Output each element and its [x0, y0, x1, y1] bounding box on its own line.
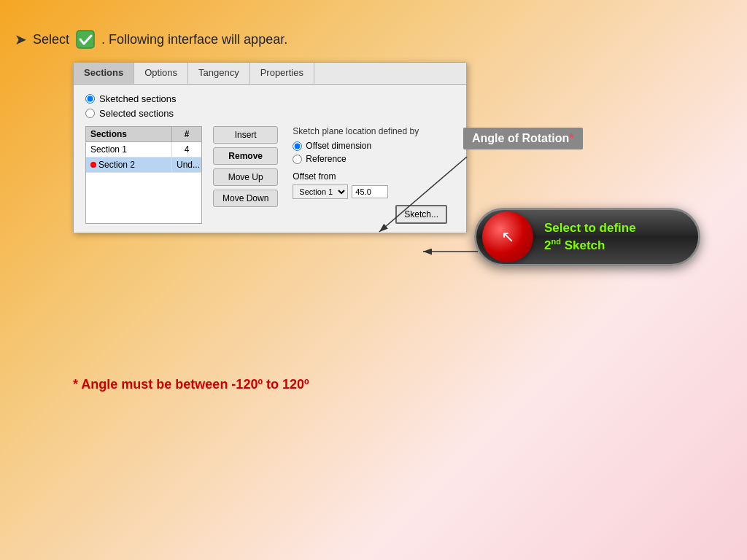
section2-value: Und...	[172, 158, 201, 172]
bottom-note-text: * Angle must be between -120º to 120º	[73, 377, 309, 392]
following-text: . Following interface will appear.	[101, 32, 287, 47]
dialog-content-row: Sections # Section 1 4 Section 2 Und...	[85, 126, 454, 224]
sketch-plane-title: Sketch plane location defined by	[293, 126, 454, 136]
reference-radio[interactable]	[293, 155, 302, 164]
select-sketch-button[interactable]: ↖ Select to define 2nd Sketch	[474, 208, 700, 266]
dialog-tabs: Sections Options Tangency Properties	[74, 63, 466, 85]
move-down-button[interactable]: Move Down	[213, 190, 278, 207]
offset-dimension-radio[interactable]	[293, 141, 302, 151]
big-button-text: Select to define 2nd Sketch	[533, 220, 698, 254]
hash-col-header: #	[172, 127, 201, 141]
move-up-button[interactable]: Move Up	[213, 168, 278, 186]
section-dot-icon	[90, 162, 96, 168]
checkmark-icon	[75, 29, 96, 50]
dialog-panel: Sections Options Tangency Properties Ske…	[73, 62, 467, 233]
instruction-row: ➤ Select . Following interface will appe…	[15, 29, 287, 50]
section2-name: Section 2	[86, 158, 172, 172]
arrow-icon: ➤	[15, 31, 27, 48]
sketched-sections-label: Sketched sections	[99, 93, 177, 104]
selected-sections-radio[interactable]	[85, 109, 95, 118]
section1-value: 4	[172, 142, 201, 157]
selected-sections-row: Selected sections	[85, 108, 454, 119]
table-row[interactable]: Section 1 4	[86, 142, 201, 158]
angle-text: Angle of Rotation	[472, 132, 569, 144]
sketch-button[interactable]: Sketch...	[395, 205, 447, 224]
section-type-radio-group: Sketched sections Selected sections	[85, 93, 454, 119]
tab-tangency[interactable]: Tangency	[188, 63, 250, 84]
tab-properties[interactable]: Properties	[250, 63, 314, 84]
sections-body: Section 1 4 Section 2 Und...	[86, 142, 201, 201]
sketched-sections-radio[interactable]	[85, 94, 95, 104]
sections-table-header: Sections #	[86, 127, 201, 142]
sketched-sections-row: Sketched sections	[85, 93, 454, 104]
bottom-note: * Angle must be between -120º to 120º	[73, 377, 309, 392]
offset-from-select[interactable]: Section 1	[293, 184, 348, 199]
big-button-sup: nd	[551, 237, 560, 246]
red-circle: ↖	[482, 211, 533, 262]
section1-name: Section 1	[86, 142, 172, 157]
big-button-line2-post: Sketch	[561, 238, 605, 252]
offset-dimension-label: Offset dimension	[306, 141, 371, 151]
angle-of-rotation-label: Angle of Rotation*	[463, 128, 583, 149]
angle-asterisk: *	[569, 132, 573, 144]
offset-value-input[interactable]	[352, 185, 388, 198]
big-button-line1: Select to define	[544, 221, 636, 235]
selected-sections-label: Selected sections	[99, 108, 174, 119]
offset-row: Section 1	[293, 184, 454, 199]
sections-col-header: Sections	[86, 127, 172, 141]
tab-options[interactable]: Options	[134, 63, 188, 84]
offset-from-label: Offset from	[293, 171, 454, 182]
cursor-icon: ↖	[501, 228, 514, 246]
sections-table: Sections # Section 1 4 Section 2 Und...	[85, 126, 202, 224]
reference-label: Reference	[306, 154, 346, 164]
select-label: Select	[33, 32, 69, 47]
action-buttons: Insert Remove Move Up Move Down	[213, 126, 278, 224]
offset-section: Offset from Section 1	[293, 171, 454, 199]
offset-dimension-row: Offset dimension	[293, 141, 454, 151]
sketch-plane-section: Sketch plane location defined by Offset …	[285, 126, 454, 224]
tab-sections[interactable]: Sections	[74, 63, 134, 84]
dialog-body: Sketched sections Selected sections Sect…	[74, 85, 466, 233]
insert-button[interactable]: Insert	[213, 126, 278, 144]
table-row[interactable]: Section 2 Und...	[86, 158, 201, 173]
remove-button[interactable]: Remove	[213, 147, 278, 165]
reference-row: Reference	[293, 154, 454, 164]
